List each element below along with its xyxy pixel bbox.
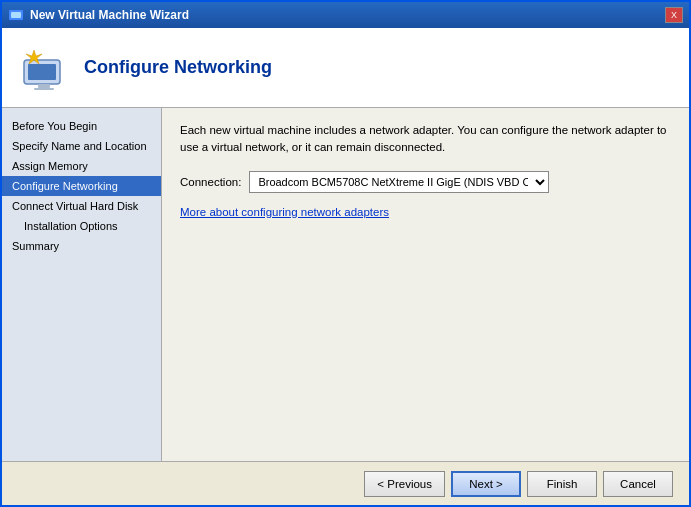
title-bar: New Virtual Machine Wizard X: [2, 2, 689, 28]
svg-rect-4: [38, 84, 50, 88]
connection-label: Connection:: [180, 176, 241, 188]
page-title: Configure Networking: [84, 57, 272, 78]
sidebar-item-connect-virtual-hard-disk[interactable]: Connect Virtual Hard Disk: [2, 196, 161, 216]
header-area: Configure Networking: [2, 28, 689, 108]
sidebar-item-assign-memory[interactable]: Assign Memory: [2, 156, 161, 176]
window-title: New Virtual Machine Wizard: [30, 8, 189, 22]
close-button[interactable]: X: [665, 7, 683, 23]
window-icon: [8, 7, 24, 23]
svg-rect-5: [34, 88, 54, 90]
main-content: Each new virtual machine includes a netw…: [162, 108, 689, 461]
description-text: Each new virtual machine includes a netw…: [180, 122, 671, 157]
sidebar: Before You Begin Specify Name and Locati…: [2, 108, 162, 461]
window-controls: X: [665, 7, 683, 23]
previous-button[interactable]: < Previous: [364, 471, 445, 497]
cancel-button[interactable]: Cancel: [603, 471, 673, 497]
finish-button[interactable]: Finish: [527, 471, 597, 497]
sidebar-item-summary[interactable]: Summary: [2, 236, 161, 256]
svg-rect-1: [11, 12, 21, 18]
svg-rect-3: [28, 64, 56, 80]
connection-row: Connection: Broadcom BCM5708C NetXtreme …: [180, 171, 671, 193]
sidebar-item-configure-networking[interactable]: Configure Networking: [2, 176, 161, 196]
wizard-header-icon: [18, 42, 70, 94]
sidebar-item-specify-name[interactable]: Specify Name and Location: [2, 136, 161, 156]
footer: < Previous Next > Finish Cancel: [2, 461, 689, 505]
network-adapters-link[interactable]: More about configuring network adapters: [180, 206, 389, 218]
body-area: Before You Begin Specify Name and Locati…: [2, 108, 689, 461]
title-bar-left: New Virtual Machine Wizard: [8, 7, 189, 23]
wizard-window: New Virtual Machine Wizard X Configure N…: [0, 0, 691, 507]
next-button[interactable]: Next >: [451, 471, 521, 497]
sidebar-item-before-you-begin[interactable]: Before You Begin: [2, 116, 161, 136]
main-panel: Configure Networking Before You Begin Sp…: [2, 28, 689, 505]
connection-select[interactable]: Broadcom BCM5708C NetXtreme II GigE (NDI…: [249, 171, 549, 193]
sidebar-item-installation-options[interactable]: Installation Options: [2, 216, 161, 236]
